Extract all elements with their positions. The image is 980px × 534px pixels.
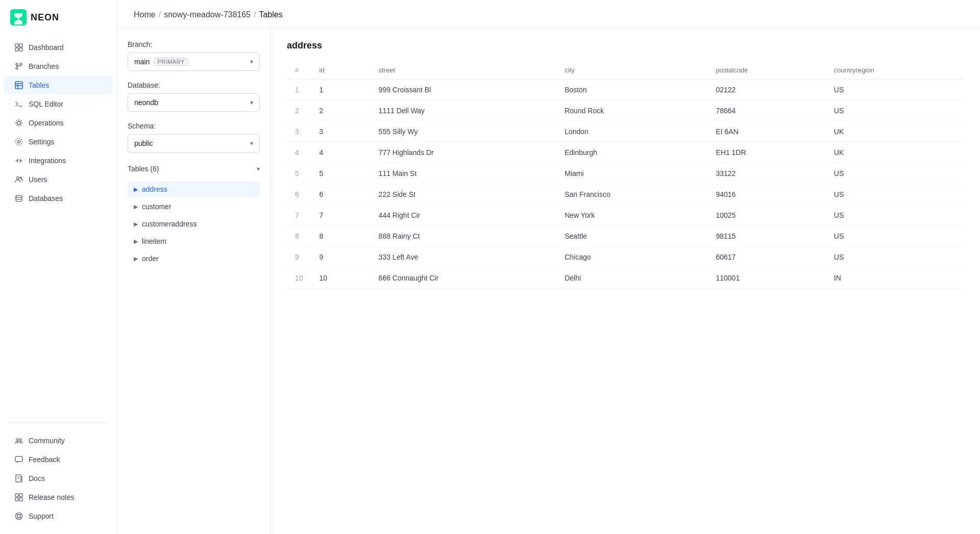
sidebar-item-dashboard[interactable]: Dashboard bbox=[4, 38, 113, 57]
docs-icon bbox=[14, 474, 23, 483]
operations-icon bbox=[14, 118, 23, 128]
cell-0: 8 bbox=[287, 226, 311, 247]
svg-point-5 bbox=[16, 63, 18, 65]
col-header-postalcode: postalcode bbox=[707, 61, 825, 80]
branch-label: Branch: bbox=[128, 40, 260, 48]
sidebar-item-integrations[interactable]: Integrations bbox=[4, 151, 113, 170]
table-row[interactable]: 11999 Croissant BlBoston02122US bbox=[287, 80, 964, 100]
cell-0: 3 bbox=[287, 121, 311, 142]
sidebar-item-branches[interactable]: Branches bbox=[4, 57, 113, 75]
table-item-customer[interactable]: ▶ customer bbox=[128, 198, 260, 215]
svg-rect-27 bbox=[15, 498, 18, 501]
table-row[interactable]: 55111 Main StMiami33122US bbox=[287, 163, 964, 184]
cell-1: 10 bbox=[311, 268, 371, 289]
schema-group: Schema: public ▾ bbox=[128, 122, 260, 152]
cell-3: New York bbox=[556, 205, 707, 226]
table-row[interactable]: 66222 Side StSan Francisco94016US bbox=[287, 184, 964, 205]
feedback-icon bbox=[14, 455, 23, 464]
table-row[interactable]: 221111 Dell WayRound Rock78664US bbox=[287, 100, 964, 121]
sidebar-item-community[interactable]: Community bbox=[4, 431, 113, 450]
data-table-header: # id street city postalcode countryregio… bbox=[287, 61, 964, 80]
cell-1: 8 bbox=[311, 226, 371, 247]
table-item-order[interactable]: ▶ order bbox=[128, 250, 260, 267]
table-item-address[interactable]: ▶ address bbox=[128, 181, 260, 197]
cell-0: 6 bbox=[287, 184, 311, 205]
schema-chevron-icon: ▾ bbox=[250, 140, 253, 147]
table-item-customeraddress[interactable]: ▶ customeraddress bbox=[128, 216, 260, 232]
database-value: neondb bbox=[134, 98, 158, 107]
sidebar-item-docs-label: Docs bbox=[29, 474, 45, 482]
cell-3: Delhi bbox=[556, 268, 707, 289]
table-item-customer-chevron-icon: ▶ bbox=[134, 204, 138, 210]
sidebar-item-sql-editor[interactable]: SQL Editor bbox=[4, 95, 113, 113]
schema-label: Schema: bbox=[128, 122, 260, 130]
sidebar-item-operations[interactable]: Operations bbox=[4, 114, 113, 132]
main-content: Home / snowy-meadow-738165 / Tables Bran… bbox=[117, 0, 980, 534]
cell-1: 3 bbox=[311, 121, 371, 142]
branches-icon bbox=[14, 62, 23, 71]
table-item-customer-label: customer bbox=[142, 202, 172, 211]
cell-1: 9 bbox=[311, 247, 371, 268]
breadcrumb-sep-1: / bbox=[159, 10, 161, 19]
sidebar-item-feedback[interactable]: Feedback bbox=[4, 450, 113, 469]
cell-4: 33122 bbox=[707, 163, 825, 184]
cell-0: 10 bbox=[287, 268, 311, 289]
sidebar-item-tables[interactable]: Tables bbox=[4, 76, 113, 94]
cell-2: 222 Side St bbox=[371, 184, 557, 205]
cell-4: EH1 1DR bbox=[707, 142, 825, 163]
sidebar-item-databases[interactable]: Databases bbox=[4, 189, 113, 208]
database-group: Database: neondb ▾ bbox=[128, 81, 260, 112]
cell-2: 444 Right Cir bbox=[371, 205, 557, 226]
cell-3: Round Rock bbox=[556, 100, 707, 121]
table-list: ▶ address ▶ customer ▶ customeraddress ▶… bbox=[128, 181, 260, 267]
table-row[interactable]: 33555 Silly WyLondonEI 6ANUK bbox=[287, 121, 964, 142]
tables-list-header[interactable]: Tables (6) ▾ bbox=[128, 163, 260, 175]
breadcrumb-project[interactable]: snowy-meadow-738165 bbox=[164, 10, 251, 19]
sidebar-item-docs[interactable]: Docs bbox=[4, 469, 113, 488]
svg-line-32 bbox=[20, 514, 22, 515]
schema-select[interactable]: public ▾ bbox=[128, 134, 260, 152]
table-item-order-label: order bbox=[142, 255, 159, 263]
svg-line-31 bbox=[16, 514, 18, 515]
svg-rect-26 bbox=[19, 494, 22, 497]
cell-2: 1111 Dell Way bbox=[371, 100, 557, 121]
svg-point-16 bbox=[20, 177, 22, 179]
cell-5: IN bbox=[826, 268, 964, 289]
svg-point-18 bbox=[16, 439, 18, 441]
breadcrumb-home[interactable]: Home bbox=[134, 10, 156, 19]
svg-point-19 bbox=[19, 439, 21, 441]
table-row[interactable]: 44777 Highlands DrEdinburghEH1 1DRUK bbox=[287, 142, 964, 163]
cell-3: Edinburgh bbox=[556, 142, 707, 163]
tables-chevron-icon: ▾ bbox=[257, 165, 260, 172]
sidebar-item-support[interactable]: Support bbox=[4, 507, 113, 525]
users-icon bbox=[14, 175, 23, 184]
svg-rect-8 bbox=[15, 82, 22, 89]
sidebar-item-settings[interactable]: Settings bbox=[4, 133, 113, 151]
data-table-body: 11999 Croissant BlBoston02122US221111 De… bbox=[287, 80, 964, 289]
cell-4: EI 6AN bbox=[707, 121, 825, 142]
database-select[interactable]: neondb ▾ bbox=[128, 93, 260, 112]
tables-icon bbox=[14, 81, 23, 90]
table-item-lineitem[interactable]: ▶ lineitem bbox=[128, 233, 260, 249]
table-item-address-label: address bbox=[142, 185, 167, 193]
sidebar-item-release-notes[interactable]: Release notes bbox=[4, 488, 113, 506]
cell-2: 888 Rainy Ct bbox=[371, 226, 557, 247]
table-row[interactable]: 1010666 Connaught CirDelhi110001IN bbox=[287, 268, 964, 289]
branch-select[interactable]: main PRIMARY ▾ bbox=[128, 53, 260, 71]
table-row[interactable]: 77444 Right CirNew York10025US bbox=[287, 205, 964, 226]
cell-4: 02122 bbox=[707, 80, 825, 100]
table-row[interactable]: 88888 Rainy CtSeattle98115US bbox=[287, 226, 964, 247]
branch-value: main bbox=[134, 58, 150, 66]
svg-rect-1 bbox=[15, 44, 18, 47]
sidebar-item-users[interactable]: Users bbox=[4, 170, 113, 189]
svg-rect-20 bbox=[15, 456, 22, 462]
sidebar-item-dashboard-label: Dashboard bbox=[29, 43, 64, 52]
svg-rect-2 bbox=[19, 44, 22, 47]
table-row[interactable]: 99333 Left AveChicago60617US bbox=[287, 247, 964, 268]
sidebar-item-support-label: Support bbox=[29, 512, 54, 520]
support-icon bbox=[14, 512, 23, 521]
app-name: NEON bbox=[31, 12, 59, 23]
cell-0: 5 bbox=[287, 163, 311, 184]
cell-3: Boston bbox=[556, 80, 707, 100]
sidebar-item-branches-label: Branches bbox=[29, 62, 59, 70]
